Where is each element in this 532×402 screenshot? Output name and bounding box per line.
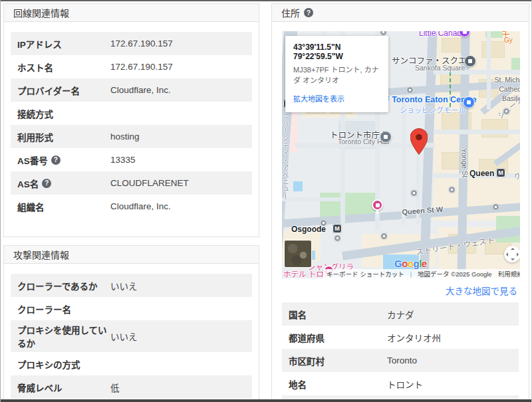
table-row: 国名カナダ (282, 302, 519, 326)
address-panel: 住所 ? (271, 3, 529, 402)
row-label: ホスト名 (17, 60, 110, 74)
table-row: ホスト名172.67.190.157 (11, 55, 252, 78)
station-label-osgoode[interactable]: Osgoode (291, 225, 326, 234)
row-value: Toronto (387, 355, 512, 365)
network-info-panel-header: 回線関連情報 (4, 4, 259, 22)
location-pin-icon[interactable] (410, 128, 428, 157)
transit-stop-icon[interactable] (410, 189, 418, 197)
google-map-embed[interactable]: Dundas St W Yonge St ユニバーシティ・アベニュー Queen… (282, 31, 520, 278)
transit-stop-icon[interactable] (380, 233, 388, 240)
transit-stop-icon[interactable] (492, 203, 499, 211)
subway-station-icon-queen[interactable]: M (496, 168, 505, 177)
google-logo[interactable]: Google (394, 258, 427, 269)
street-label-university-ave: ユニバーシティ・アベニュー (282, 106, 290, 201)
table-row: 市区町村Toronto (282, 349, 519, 372)
city-hall-icon[interactable] (380, 131, 392, 143)
table-row: 地名トロント (282, 372, 519, 395)
map-road-minor (434, 130, 520, 134)
map-water (293, 181, 303, 191)
map-explore-control[interactable] (504, 246, 520, 262)
row-value: 172.67.190.157 (110, 39, 245, 49)
poi-label-eaton-centre[interactable]: CF Toronto Eaton Centre (378, 95, 477, 104)
attack-info-panel-header: 攻撃関連情報 (4, 246, 259, 264)
network-info-panel: 回線関連情報 IPアドレス172.67.190.157ホスト名172.67.19… (3, 3, 259, 237)
row-label: 市区町村 (289, 354, 387, 367)
table-row: 組織名Cloudflare, Inc. (11, 195, 252, 218)
row-value: Cloudflare, Inc. (110, 85, 245, 95)
row-label: クローラーであるか (17, 279, 110, 292)
help-icon[interactable]: ? (42, 179, 51, 188)
transit-stop-icon[interactable] (448, 186, 456, 193)
table-row: 脅威レベル低 (11, 375, 252, 399)
help-icon[interactable]: ? (51, 155, 61, 165)
row-label: 都道府県 (289, 331, 387, 344)
window-border-left (0, 0, 1, 402)
attribution-separator: | (410, 270, 412, 278)
station-label-queen[interactable]: Queen (469, 169, 494, 178)
table-row: 利用形式hosting (11, 125, 252, 148)
view-larger-map-link[interactable]: 拡大地図を表示 (293, 93, 344, 104)
row-value: Cloudflare, Inc. (110, 201, 245, 211)
info-window-plus-code: MJ38+7PF トロント, カナダ オンタリオ (293, 65, 380, 86)
address-table: 国名カナダ都道府県オンタリオ州市区町村Toronto地名トロント (282, 302, 519, 402)
transit-stop-icon[interactable] (334, 235, 341, 242)
keyboard-shortcuts-link[interactable]: キーボード ショートカット (327, 269, 404, 278)
open-larger-map-link[interactable]: 大きな地図で見る (283, 284, 517, 297)
map-data-attribution: 地図データ ©2025 Google (418, 269, 492, 278)
hotel-pin-icon[interactable] (372, 199, 383, 211)
table-row: AS名?CLOUDFLARENET (11, 171, 252, 195)
pan-down-icon (511, 258, 515, 260)
transit-stop-icon[interactable] (406, 86, 414, 94)
map-building (442, 38, 462, 52)
poi-label-sankofa-square-en[interactable]: Sankofa Square (415, 64, 465, 72)
subway-station-icon-osgoode[interactable]: M (332, 224, 342, 233)
help-icon[interactable]: ? (304, 8, 313, 17)
row-value: 172.67.190.157 (110, 62, 245, 72)
row-label: 組織名 (17, 200, 110, 213)
poi-label-eaton-centre-jp[interactable]: ショッピングモール (400, 104, 466, 115)
satellite-layer-thumbnail[interactable] (284, 240, 312, 268)
row-label: 脅威レベル (17, 381, 110, 394)
table-row: クローラー名 (11, 297, 252, 320)
table-row: プロバイダー名Cloudflare, Inc. (11, 78, 252, 102)
table-row: プロキシを使用しているかいいえ (11, 320, 252, 352)
map-road-minor (282, 197, 340, 201)
window-border-top (0, 0, 532, 1)
transit-stop-icon[interactable] (380, 31, 387, 36)
row-value: CLOUDFLARENET (110, 178, 245, 188)
row-value: いいえ (110, 279, 245, 292)
table-row: 都道府県オンタリオ州 (282, 326, 519, 349)
table-row: AS番号?13335 (11, 148, 252, 171)
row-label: 国名 (289, 308, 387, 321)
row-value: いいえ (110, 330, 245, 343)
transit-stop-icon[interactable] (320, 219, 327, 227)
row-label: 地名 (289, 377, 387, 391)
poi-label-st-michaels[interactable]: St. Michael's Cathedral Basilica (487, 75, 520, 104)
table-row: プロキシの方式 (11, 352, 252, 375)
pan-right-icon (517, 252, 519, 256)
map-building (481, 119, 508, 138)
table-row: 接続方式 (11, 102, 252, 125)
address-panel-header: 住所 ? (272, 4, 529, 22)
shopping-mall-icon[interactable] (463, 96, 475, 108)
table-row: クローラーであるかいいえ (11, 274, 252, 297)
attack-info-panel-title: 攻撃関連情報 (13, 248, 69, 261)
row-label: IPアドレス (17, 37, 110, 50)
poi-label-orange-2[interactable]: Gy (504, 37, 513, 44)
row-value: 13335 (110, 155, 245, 165)
street-label-yonge: Yonge St (460, 148, 469, 178)
transit-stop-icon[interactable] (503, 108, 510, 115)
info-window-coordinates: 43°39'11.5"N 79°22'59.5"W (293, 43, 380, 61)
row-value: オンタリオ州 (387, 331, 512, 344)
row-value: カナダ (387, 308, 512, 321)
table-row: IPアドレス172.67.190.157 (11, 32, 252, 55)
row-label: AS名? (17, 177, 110, 190)
poi-label-shangri-la-2[interactable]: ホテル トロ (283, 268, 324, 278)
square-poi-icon[interactable] (464, 55, 476, 67)
row-label: プロバイダー名 (17, 84, 110, 97)
map-building (481, 41, 505, 58)
address-panel-title: 住所 (281, 6, 300, 19)
row-value: トロント (387, 377, 512, 391)
row-label: クローラー名 (17, 302, 110, 316)
terms-link[interactable]: 利用規約 (498, 269, 520, 278)
